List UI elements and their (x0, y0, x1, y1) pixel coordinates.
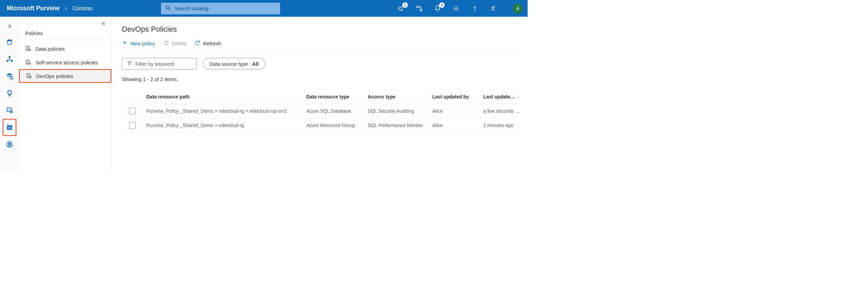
col-access[interactable]: Access type (368, 94, 432, 99)
sidebar-item-label: Self-service access policies (35, 60, 98, 65)
sidebar-collapse-button[interactable] (19, 17, 111, 30)
sort-arrow-down-icon: ↓ (517, 94, 519, 99)
plus-icon (122, 40, 128, 47)
svg-rect-18 (8, 128, 11, 128)
rail-item-insights[interactable] (3, 85, 16, 102)
sidebar: Policies Data policies Self-service acce… (19, 17, 112, 171)
help-icon[interactable] (469, 3, 480, 14)
keyword-filter[interactable]: Filter by keyword (122, 58, 197, 69)
header-actions: 1 2 A (396, 3, 523, 14)
search-icon (165, 5, 175, 12)
table-header: Data resource path Data resource type Ac… (122, 90, 517, 104)
cell-updated-on: 2 minutes ago (483, 123, 528, 128)
rail-item-catalog[interactable] (3, 68, 16, 85)
filter-type-value: All (252, 61, 259, 67)
svg-rect-2 (417, 6, 419, 7)
rail-item-data[interactable] (3, 34, 16, 51)
svg-point-12 (10, 77, 12, 79)
app-header: Microsoft Purview Contoso 1 2 A (0, 0, 528, 17)
svg-point-9 (6, 60, 8, 62)
svg-point-24 (29, 63, 31, 64)
svg-point-0 (166, 6, 169, 9)
bell-icon[interactable]: 2 (432, 3, 443, 14)
flow-icon[interactable] (414, 3, 425, 14)
svg-rect-3 (420, 9, 422, 11)
cell-type: Azure SQL Database (306, 108, 368, 114)
svg-point-4 (455, 7, 457, 9)
megaphone-icon[interactable]: 1 (396, 3, 406, 14)
catalog-name[interactable]: Contoso (73, 5, 93, 12)
rail-item-policy[interactable] (3, 119, 16, 136)
sidebar-item-devops-policies[interactable]: DevOps policies (19, 69, 111, 83)
svg-point-8 (9, 57, 10, 58)
data-source-type-filter[interactable]: Data source type : All (203, 58, 265, 69)
sidebar-item-self-service[interactable]: Self-service access policies (19, 56, 111, 69)
sidebar-item-data-policies[interactable]: Data policies (19, 42, 111, 56)
refresh-label: Refresh (203, 41, 221, 46)
keyword-filter-placeholder: Filter by keyword (135, 61, 174, 67)
new-policy-button[interactable]: New policy (122, 40, 155, 47)
new-policy-label: New policy (130, 41, 155, 46)
nav-rail (0, 17, 19, 171)
svg-rect-17 (8, 127, 11, 127)
svg-line-1 (169, 9, 170, 10)
svg-point-20 (9, 143, 11, 145)
avatar[interactable]: A (513, 3, 523, 14)
svg-point-7 (7, 40, 12, 42)
main-content: DevOps Policies New policy Delete Refres… (112, 17, 528, 171)
refresh-icon (195, 40, 200, 47)
policy-icon (26, 73, 32, 80)
filter-bar: Filter by keyword Data source type : All (122, 58, 517, 69)
cell-type: Azure Resource Group (306, 123, 368, 128)
command-bar: New policy Delete Refresh (122, 40, 517, 52)
policy-icon (25, 45, 31, 52)
svg-point-5 (474, 10, 475, 10)
search-box[interactable] (161, 3, 280, 14)
feedback-icon[interactable] (487, 3, 498, 14)
sidebar-item-label: Data policies (35, 46, 65, 52)
cell-path: Purview_Policy _Shared_Demo > relecloud-… (146, 108, 306, 114)
svg-rect-16 (7, 126, 12, 130)
delete-button: Delete (163, 40, 187, 47)
svg-point-26 (30, 76, 31, 78)
notification-badge: 1 (402, 2, 408, 8)
cell-updated-by: Alice (432, 123, 483, 128)
rail-item-privacy[interactable] (3, 136, 16, 153)
filter-type-label: Data source type : (209, 61, 251, 67)
gear-icon[interactable] (451, 3, 462, 14)
table-row[interactable]: Purview_Policy _Shared_Demo > relecloud-… (122, 118, 517, 132)
rail-item-map[interactable] (3, 51, 16, 68)
sidebar-item-label: DevOps policies (36, 73, 73, 79)
cell-path: Purview_Policy _Shared_Demo > relecloud-… (146, 123, 306, 128)
col-updated-on[interactable]: Last update… ↓ (483, 94, 528, 99)
svg-point-22 (29, 49, 31, 51)
delete-label: Delete (172, 41, 187, 46)
cell-access: SQL Performance Monitor (368, 123, 432, 128)
row-checkbox[interactable] (129, 122, 136, 129)
funnel-icon (127, 61, 132, 67)
page-title: DevOps Policies (122, 25, 517, 34)
notification-badge: 2 (439, 2, 445, 8)
rail-item-certified[interactable] (3, 102, 16, 119)
search-input[interactable] (175, 5, 276, 11)
results-count: Showing 1 - 2 of 2 items. (122, 76, 517, 82)
svg-point-10 (11, 60, 12, 62)
cell-access: SQL Security Auditing (368, 108, 432, 114)
table-row[interactable]: Purview_Policy _Shared_Demo > relecloud-… (122, 104, 517, 118)
cell-updated-by: Alice (432, 108, 483, 114)
col-updated-by[interactable]: Last updated by (432, 94, 483, 99)
rail-expand-button[interactable] (0, 21, 19, 32)
refresh-button[interactable]: Refresh (195, 40, 221, 47)
trash-icon (163, 40, 169, 47)
brand-title[interactable]: Microsoft Purview (7, 5, 60, 12)
col-path[interactable]: Data resource path (146, 94, 306, 99)
policy-icon (25, 59, 31, 66)
col-type[interactable]: Data resource type (306, 94, 368, 99)
svg-point-6 (492, 6, 494, 8)
svg-point-11 (7, 74, 12, 76)
sidebar-title: Policies (19, 30, 111, 40)
row-checkbox[interactable] (129, 108, 136, 114)
policies-table: Data resource path Data resource type Ac… (122, 90, 517, 132)
cell-updated-on: a few seconds … (483, 108, 528, 114)
breadcrumb-separator (64, 6, 68, 11)
